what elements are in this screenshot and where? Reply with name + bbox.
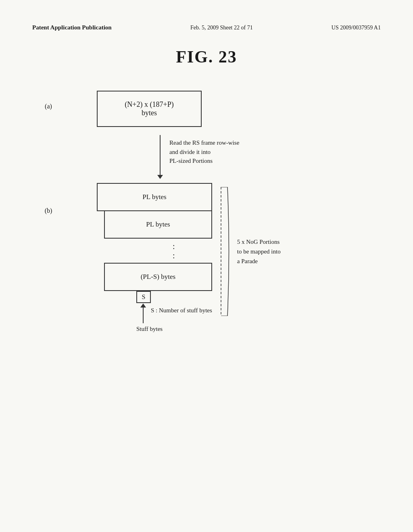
page: Patent Application Publication Feb. 5, 2… [0, 0, 413, 532]
s-section: S S : Number of stuff bytes Stuff bytes [136, 291, 212, 332]
stuff-bytes-label: Stuff bytes [136, 326, 163, 332]
header-date-sheet: Feb. 5, 2009 Sheet 22 of 71 [190, 25, 253, 31]
arrow-label-line2: and divide it into [169, 149, 211, 155]
s-box: S [136, 291, 151, 303]
header-publication-label: Patent Application Publication [32, 24, 112, 31]
vertical-arrow [157, 135, 163, 179]
brace-annotation-section: 5 x NoG Portions to be mapped into a Par… [220, 183, 281, 316]
brace-annotation: 5 x NoG Portions to be mapped into a Par… [237, 237, 281, 266]
dots: : : [97, 239, 212, 264]
brace-annotation-line2: to be mapped into [237, 247, 281, 256]
box-pl-1: PL bytes [97, 183, 212, 211]
diagram-container: (a) (N+2) x (187+P) bytes Read the RS fr… [32, 91, 381, 332]
figure-title: FIG. 23 [32, 47, 381, 66]
arrow-with-text: Read the RS frame row-wise and divide it… [157, 135, 239, 179]
part-b-row: (b) PL bytes PL bytes : : [32, 183, 381, 332]
right-brace-svg [220, 187, 232, 316]
box-pl-s: (PL-S) bytes [104, 263, 212, 291]
box-a-text-line2: bytes [114, 109, 185, 117]
boxes-stack: PL bytes PL bytes : : (PL-S) bytes [97, 183, 212, 332]
s-arrow-line [143, 307, 144, 323]
arrow-line [160, 135, 161, 175]
s-arrow-section: S : Number of stuff bytes [140, 304, 212, 323]
part-a-label: (a) [32, 91, 65, 110]
s-annotation: S : Number of stuff bytes [151, 304, 212, 314]
box-a-text-line1: (N+2) x (187+P) [114, 100, 185, 109]
s-vertical-arrow [140, 304, 146, 323]
arrow-label-line3: PL-sized Portions [169, 158, 213, 164]
arrow-label: Read the RS frame row-wise and divide it… [169, 135, 239, 166]
brace-annotation-line1: 5 x NoG Portions [237, 237, 281, 247]
arrow-label-line1: Read the RS frame row-wise [169, 139, 239, 146]
part-b-label: (b) [32, 183, 65, 214]
part-a-row: (a) (N+2) x (187+P) bytes [32, 91, 381, 127]
arrow-head [157, 175, 163, 179]
arrow-section: Read the RS frame row-wise and divide it… [32, 135, 381, 179]
page-header: Patent Application Publication Feb. 5, 2… [32, 24, 381, 31]
box-a: (N+2) x (187+P) bytes [97, 91, 202, 127]
box-pl-2: PL bytes [104, 210, 212, 239]
header-patent-number: US 2009/0037959 A1 [332, 25, 381, 31]
brace-annotation-line3: a Parade [237, 256, 281, 266]
